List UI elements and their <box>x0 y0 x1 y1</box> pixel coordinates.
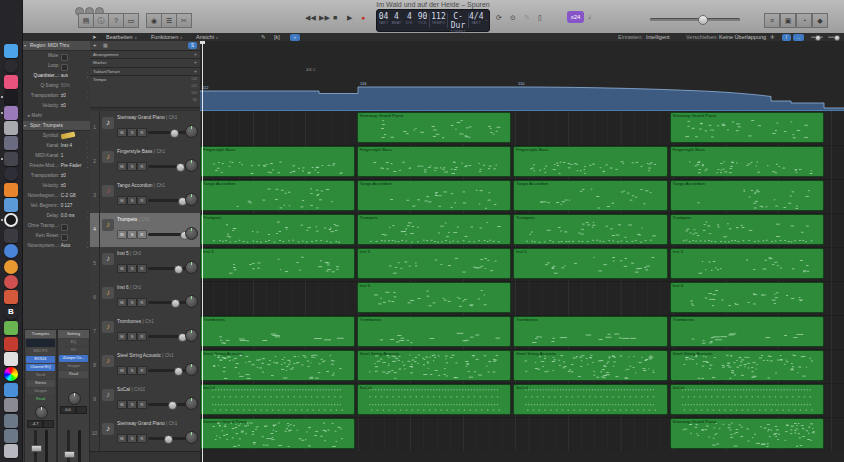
keynote-app-icon[interactable] <box>4 383 18 397</box>
midi-region[interactable]: Tango Accordion <box>357 180 512 211</box>
track-mute-button[interactable]: M <box>117 400 127 409</box>
position-beat[interactable]: 4BEAT <box>390 10 403 31</box>
pan-knob[interactable] <box>35 406 48 419</box>
midi-region[interactable]: Steel String Acoustic <box>200 350 355 381</box>
volume-value[interactable]: 0.0 <box>60 406 76 414</box>
track-header-7[interactable]: 7♪Trombones | Ch1MSR <box>90 315 200 350</box>
track-param-value[interactable]: 0,0 ms <box>61 211 75 221</box>
strip-slot-channel-eq[interactable]: Channel EQ <box>26 364 55 371</box>
track-mute-button[interactable]: M <box>117 298 127 307</box>
photo-app-icon[interactable] <box>4 152 18 166</box>
track-mute-button[interactable]: M <box>117 366 127 375</box>
track-lane-4[interactable]: TrumpetsTrumpetsTrumpetsTrumpets <box>200 213 844 248</box>
track-mute-button[interactable]: M <box>117 264 127 273</box>
add-lane-event-button[interactable]: + <box>194 68 197 74</box>
add-lane-event-button[interactable]: + <box>194 51 197 57</box>
track-pan-knob[interactable] <box>185 329 198 342</box>
track-mute-button[interactable]: M <box>117 434 127 443</box>
midi-region[interactable]: Steinway Grand Piano <box>670 418 824 449</box>
metronome-icon[interactable]: ♩ <box>588 12 596 21</box>
track-name[interactable]: Steinway Grand Piano | Ch1 <box>117 421 177 426</box>
track-volume-slider[interactable] <box>148 233 190 236</box>
track-record-button[interactable]: R <box>137 298 147 307</box>
add-lane-event-button[interactable]: + <box>194 59 197 65</box>
count-in-button[interactable]: ▯ <box>538 14 542 22</box>
track-solo-button[interactable]: S <box>127 332 137 341</box>
drag-value[interactable]: Keine Überlappung <box>719 33 766 41</box>
midi-region[interactable]: Trumpets <box>357 214 512 245</box>
track-record-button[interactable]: R <box>137 128 147 137</box>
track-solo-button[interactable]: S <box>127 162 137 171</box>
track-lane-2[interactable]: Fingerstyle BassFingerstyle BassFingerst… <box>200 145 844 180</box>
playhead[interactable] <box>202 41 203 462</box>
strip-slot-send[interactable]: Send <box>26 372 55 379</box>
strip-slot-izotope-oz-[interactable]: iZotope Oz... <box>59 355 88 362</box>
position-tick[interactable]: 90TICK <box>416 10 429 31</box>
track-name[interactable]: Trombones | Ch1 <box>117 319 154 324</box>
track-lane-7[interactable]: TrombonesTrombonesTrombonesTrombones <box>200 315 844 350</box>
add-track-button[interactable]: + <box>93 42 97 48</box>
track-record-button[interactable]: R <box>137 230 147 239</box>
midi-region[interactable]: Trombones <box>513 316 668 347</box>
position-div.[interactable]: 4DIV. <box>403 10 416 31</box>
midi-region[interactable]: Tango Accordion <box>200 180 355 211</box>
cycle-button[interactable]: ⟳ <box>496 14 502 22</box>
stepper-icon[interactable]: ⌃ ⌄ <box>86 163 89 169</box>
pointer-tool-icon[interactable]: ➤ <box>92 33 97 41</box>
track-name[interactable]: Tango Accordion | Ch1 <box>117 183 165 188</box>
midi-region[interactable]: Fingerstyle Bass <box>200 146 355 177</box>
varispeed-badge[interactable]: x24 <box>567 11 584 23</box>
track-record-button[interactable]: R <box>137 366 147 375</box>
strip-slot-eq[interactable]: EQ <box>59 339 88 346</box>
pan-knob[interactable] <box>68 392 81 405</box>
track-param-value[interactable]: 1 <box>61 151 64 161</box>
rewind-button[interactable]: ◀◀ <box>305 14 316 22</box>
midi-region[interactable]: Steinway Grand Piano <box>200 418 355 449</box>
finder-icon[interactable] <box>4 44 18 58</box>
stepper-icon[interactable]: ⌃ ⌄ <box>86 243 89 249</box>
list-editors-toggle[interactable]: ≡ <box>764 13 780 28</box>
global-lane-tempo[interactable]: Tempo14012010080 <box>90 76 200 108</box>
channel-fader[interactable] <box>67 430 70 462</box>
color-wheel-app-icon[interactable] <box>4 367 18 381</box>
play-button[interactable]: ▶ <box>347 14 352 22</box>
midi-region[interactable]: Inst 5 <box>357 248 512 279</box>
track-header-9[interactable]: 9♪SoCal | Ch10MSR <box>90 383 200 418</box>
track-solo-button[interactable]: S <box>127 366 137 375</box>
track-pan-knob[interactable] <box>185 295 198 308</box>
vlc-icon[interactable] <box>4 183 18 197</box>
auto-zoom-toggle[interactable]: ↔ <box>793 34 804 41</box>
track-volume-slider[interactable] <box>148 267 190 270</box>
horizontal-zoom-slider[interactable] <box>811 36 823 38</box>
midi-region[interactable]: Fingerstyle Bass <box>357 146 512 177</box>
channel-strip-name[interactable]: Trumpets <box>25 330 56 338</box>
global-lane-taktart-tonart[interactable]: Taktart/Tonart+ <box>90 68 200 77</box>
lcd-options-chevron[interactable]: ⌄ <box>485 17 488 22</box>
track-pan-knob[interactable] <box>185 193 198 206</box>
midi-region[interactable]: Fingerstyle Bass <box>513 146 668 177</box>
midi-region[interactable]: SoCal <box>357 384 512 415</box>
folder-icon[interactable] <box>4 414 18 428</box>
smart-controls-toggle[interactable]: ◉ <box>146 13 162 28</box>
pencil-tool-icon[interactable]: ✎ <box>261 33 266 41</box>
midi-region[interactable]: Steinway Grand Piano <box>670 112 824 143</box>
midi-region[interactable]: Trombones <box>357 316 512 347</box>
key-field[interactable]: C-DurTONART <box>448 10 468 31</box>
green-box-app-icon[interactable] <box>4 321 18 335</box>
zoom-tool-toggle[interactable]: I <box>782 34 791 41</box>
midi-region[interactable]: Trombones <box>200 316 355 347</box>
track-lane-1[interactable]: Steinway Grand PianoSteinway Grand Piano <box>200 111 844 146</box>
track-name[interactable]: Fingerstyle Bass | Ch1 <box>117 149 165 154</box>
track-param-value[interactable]: Auto <box>61 241 70 251</box>
track-lane-5[interactable]: Inst 5Inst 5Inst 5Inst 5 <box>200 247 844 282</box>
region-param-value[interactable]: 50% <box>61 81 70 91</box>
strip-slot-i-o[interactable]: I/O <box>59 347 88 354</box>
region-param-checkbox[interactable] <box>61 64 68 71</box>
b-circle-app-icon[interactable]: B <box>4 306 18 320</box>
strip-slot-read[interactable]: Read <box>26 396 55 403</box>
track-header-5[interactable]: 5♪Inst 5 | Ch1MSR <box>90 247 200 282</box>
tempo-point-label[interactable]: 116 <box>360 81 367 86</box>
track-mute-button[interactable]: M <box>117 162 127 171</box>
catch-playhead-icon[interactable]: ✛ <box>770 33 775 41</box>
lcd-display[interactable]: 04TAKT4BEAT4DIV.90TICK112TEMPOC-DurTONAR… <box>376 9 490 32</box>
